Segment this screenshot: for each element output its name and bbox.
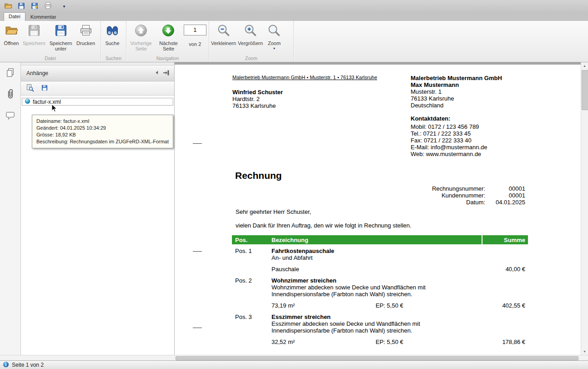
contact-heading: Kontaktdaten: <box>411 115 502 122</box>
mouse-cursor-icon <box>51 104 57 114</box>
invoice-table: Pos. Bezeichnung Summe Pos. 1 Fahrtkoste… <box>232 235 528 350</box>
group-label-navigation: Navigation <box>126 56 209 61</box>
save-as-button[interactable]: Speichern unter <box>46 22 75 52</box>
next-page-button[interactable]: Nächste Seite <box>155 22 182 52</box>
meta-label: Datum: <box>432 199 485 206</box>
attachments-panel-title: Anhänge <box>26 70 152 76</box>
fold-mark <box>193 251 202 252</box>
main-area: Anhänge <box>0 62 588 355</box>
recipient-city: 76133 Karlsruhe <box>232 102 283 109</box>
row-pos: Pos. 1 <box>232 248 271 273</box>
qat-save-button[interactable] <box>16 1 27 12</box>
previous-page-icon <box>134 23 148 39</box>
status-page-indicator: Seite 1 von 2 <box>12 362 44 368</box>
pages-panel-button[interactable] <box>3 67 18 80</box>
scroll-up-button[interactable]: ▲ <box>581 62 588 69</box>
status-bar: Seite 1 von 2 <box>0 360 588 369</box>
row-quantity: 73,19 m² <box>271 302 295 309</box>
row-title: Fahrtkostenpauschale <box>271 248 528 254</box>
paperclip-icon <box>5 89 15 101</box>
comments-panel-button[interactable] <box>3 110 18 122</box>
tooltip-size: Grösse: 18,92 KB <box>36 131 169 138</box>
attachments-panel-button[interactable] <box>3 88 18 101</box>
attachment-list-item[interactable]: factur-x.xml <box>22 98 173 106</box>
dock-panel-button[interactable] <box>161 69 171 77</box>
fold-mark <box>193 328 202 328</box>
zoom-in-icon <box>243 23 258 39</box>
collapse-panel-button[interactable] <box>152 69 161 77</box>
row-sum: 402,55 € <box>502 302 525 309</box>
quick-access-toolbar: ▾ <box>0 0 588 13</box>
scroll-down-button[interactable]: ▼ <box>581 348 588 355</box>
group-label-zoom: Zoom <box>209 56 293 61</box>
tab-datei[interactable]: Datei <box>4 12 25 21</box>
attachments-toolbar <box>21 81 174 96</box>
qat-save-as-button[interactable] <box>29 1 40 12</box>
document-view[interactable]: Malerbetrieb Mustermann GmbH • Musterstr… <box>175 62 581 355</box>
table-row: Pos. 3 Esszimmer streichen Esszimmer abd… <box>232 313 528 345</box>
meta-value: 00001 <box>489 192 525 199</box>
zoom-dropdown-button[interactable]: Zoom ▾ <box>264 22 285 51</box>
view-attachment-button[interactable] <box>25 83 35 93</box>
contact-mobile: Mobil: 0172 / 123 456 789 <box>411 123 502 130</box>
chevron-down-icon: ▾ <box>63 4 65 9</box>
company-city: 76133 Karlsruhe <box>411 95 502 102</box>
page-number-control: von 2 <box>182 22 208 47</box>
row-sum: 40,00 € <box>506 266 525 273</box>
tooltip-filename: Dateiname: factur-x.xml <box>36 118 169 125</box>
binoculars-icon <box>105 23 120 39</box>
page-number-input[interactable] <box>184 25 206 35</box>
scroll-down-icon: ▼ <box>583 350 586 353</box>
previous-page-button[interactable]: Vorherige Seite <box>127 22 155 52</box>
print-button[interactable]: Drucken <box>75 22 96 47</box>
save-button[interactable]: Speichern <box>22 22 46 47</box>
attachments-panel: Anhänge <box>21 62 175 355</box>
qat-open-button[interactable] <box>3 1 14 12</box>
row-unit-price: EP: 5,50 € <box>376 339 403 345</box>
ribbon-group-suchen: Suche Suchen <box>101 21 126 62</box>
zoom-out-button[interactable]: Verkleinern <box>210 22 237 47</box>
meta-value: 00001 <box>489 185 525 192</box>
header-sum: Summe <box>482 235 528 244</box>
row-description: An- und Abfahrt <box>271 254 442 261</box>
save-attachment-button[interactable] <box>39 83 50 93</box>
zoom-in-button[interactable]: Vergrößern <box>237 22 264 47</box>
print-icon <box>44 1 52 11</box>
vertical-scrollbar-thumb[interactable] <box>582 70 588 110</box>
horizontal-scrollbar-thumb[interactable] <box>176 356 578 360</box>
invoice-meta: Rechnungsnummer: 00001 Kundennummer: 000… <box>432 185 525 206</box>
row-sum: 178,86 € <box>502 339 525 345</box>
row-description: Esszimmer abdecken sowie Decke und Wandf… <box>271 320 442 334</box>
tab-kommentar[interactable]: Kommentar <box>25 13 61 21</box>
folder-open-icon <box>4 23 19 39</box>
invoice-title: Rechnung <box>235 170 282 181</box>
horizontal-scrollbar[interactable] <box>0 355 588 360</box>
row-pos: Pos. 3 <box>232 313 271 345</box>
folder-open-icon <box>4 1 13 12</box>
panel-icon-strip <box>0 62 21 355</box>
table-row: Pos. 2 Wohnzimmer streichen Wohnzimmer a… <box>232 277 528 309</box>
qat-print-button[interactable] <box>42 1 53 12</box>
recipient-name: Winfried Schuster <box>232 89 283 96</box>
tooltip-modified: Geändert: 04.01.2025 10:34:29 <box>36 125 169 131</box>
row-unit-price: EP: 5,50 € <box>376 302 403 309</box>
ribbon-group-datei: Öffnen Speichern Speichern unter Drucken <box>0 21 101 62</box>
qat-customize-dropdown[interactable]: ▾ <box>60 4 68 9</box>
print-icon <box>79 23 93 39</box>
comment-icon <box>5 110 15 122</box>
contact-lines: Mobil: 0172 / 123 456 789 Tel.: 0721 / 2… <box>411 123 502 157</box>
page-count-label: von 2 <box>189 41 201 47</box>
ribbon-tab-bar: Datei Kommentar <box>0 13 588 21</box>
group-label-suchen: Suchen <box>101 56 126 61</box>
attachments-panel-header: Anhänge <box>21 65 174 81</box>
open-button[interactable]: Öffnen <box>1 22 22 47</box>
search-button[interactable]: Suche <box>102 22 123 47</box>
vertical-scrollbar[interactable]: ▲ ▼ <box>581 62 588 355</box>
info-icon <box>3 361 9 369</box>
meta-label: Rechnungsnummer: <box>432 185 485 192</box>
header-description: Bezeichnung <box>271 237 308 243</box>
save-icon <box>27 23 41 39</box>
zoom-out-icon <box>216 23 231 39</box>
dock-panel-icon <box>162 69 170 78</box>
contact-tel: Tel.: 0721 / 222 333 45 <box>411 130 502 137</box>
